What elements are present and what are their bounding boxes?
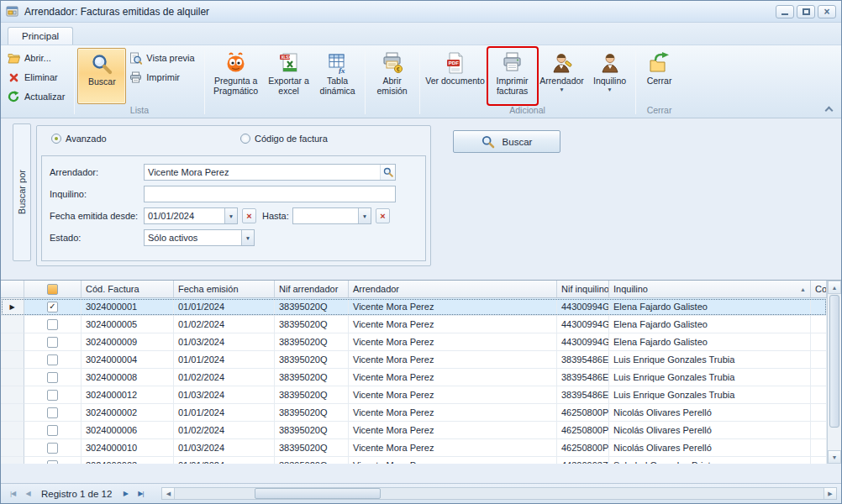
row-checkbox[interactable] [47,354,58,365]
scroll-down-button[interactable]: ▼ [828,450,841,464]
imprimir-button[interactable]: Imprimir [126,68,201,87]
row-select-cell[interactable] [24,439,82,457]
row-select-cell[interactable] [24,404,82,422]
table-row[interactable]: 302400000401/01/202438395020QVicente Mor… [1,351,827,369]
header-fecha-emision[interactable]: Fecha emisión [174,281,275,297]
nav-next-button[interactable]: ▶ [118,486,133,501]
tabla-dinamica-button[interactable]: fx Tabla dinámica [313,48,362,104]
table-row[interactable]: ▶✓302400000101/01/202438395020QVicente M… [1,298,827,316]
cell-fecha-emision: 01/02/2024 [174,422,275,439]
row-checkbox[interactable] [47,372,58,383]
inquilino-menu-button[interactable]: Inquilino ▼ [587,48,633,104]
row-checkbox[interactable] [47,407,58,418]
cell-arrendador: Vicente Mora Perez [349,404,557,422]
scroll-up-button[interactable]: ▲ [828,281,841,294]
table-row[interactable]: 302400000901/03/202438395020QVicente Mor… [1,333,827,351]
eliminar-button[interactable]: Eliminar [4,68,71,87]
arrendador-menu-button[interactable]: Arrendador ▼ [537,48,587,104]
header-inquilino[interactable]: Inquilino ▲ [609,281,811,297]
header-select-all[interactable] [24,281,82,297]
select-all-checkbox[interactable] [47,284,58,295]
estado-combo[interactable]: Sólo activos ▼ [144,229,255,246]
search-side-tab[interactable]: Buscar por [13,123,31,261]
row-checkbox[interactable]: ✓ [47,302,58,312]
row-checkbox[interactable] [47,460,58,465]
maximize-button[interactable] [797,5,815,18]
row-checkbox[interactable] [47,425,58,436]
header-arrendador[interactable]: Arrendador [349,281,557,297]
search-icon [91,51,113,76]
buscar-label: Buscar [88,76,116,87]
row-select-cell[interactable] [24,351,82,369]
row-checkbox[interactable] [47,443,58,454]
row-select-cell[interactable] [24,457,82,464]
header-co[interactable]: Co [811,281,827,297]
pregunta-pragmatico-button[interactable]: Pregunta a Pragmático [208,48,265,104]
radio-unselected-icon [240,134,250,144]
inquilino-label: Inquilino [593,76,626,86]
estado-dropdown[interactable]: ▼ [241,230,254,245]
hasta-dropdown[interactable]: ▼ [358,208,371,223]
abrir-emision-button[interactable]: € Abrir emisión [368,48,417,104]
scroll-left-button[interactable]: ◀ [162,488,175,499]
fecha-desde-dropdown[interactable]: ▼ [224,208,237,223]
actualizar-button[interactable]: Actualizar [4,87,71,106]
row-indicator [1,457,24,464]
table-row[interactable]: 302400001201/03/202438395020QVicente Mor… [1,386,827,404]
buscar-ribbon-button[interactable]: Buscar [77,48,126,104]
row-select-cell[interactable] [24,333,82,351]
radio-codigo-factura[interactable]: Código de factura [240,134,328,144]
cerrar-button[interactable]: Cerrar [639,48,681,104]
close-button[interactable]: × [818,5,836,18]
ribbon-collapse-button[interactable] [824,105,833,113]
nav-first-button[interactable]: |◀ [5,486,20,501]
ver-documento-button[interactable]: PDF Ver documento [423,48,488,104]
row-select-cell[interactable] [24,422,82,439]
vscroll-thumb[interactable] [829,295,839,428]
hscroll-thumb[interactable] [255,488,381,499]
row-checkbox[interactable] [47,319,58,330]
row-checkbox[interactable] [47,337,58,348]
table-row[interactable]: 302400000301/01/202438395020QVicente Mor… [1,457,827,464]
exportar-excel-button[interactable]: XLSX Exportar a excel [265,48,313,104]
hasta-clear-button[interactable]: × [376,208,390,223]
horizontal-scrollbar[interactable]: ◀ ▶ [161,487,837,500]
cell-cod-factura: 3024000004 [82,351,174,369]
row-select-cell[interactable] [24,369,82,386]
scroll-right-button[interactable]: ▶ [824,488,836,499]
table-row[interactable]: 302400000601/02/202438395020QVicente Mor… [1,422,827,439]
hasta-combo[interactable]: ▼ [292,207,371,224]
tab-principal[interactable]: Principal [8,27,73,45]
abrir-label: Abrir... [24,53,51,63]
table-row[interactable]: 302400000201/01/202438395020QVicente Mor… [1,404,827,422]
cell-co [811,351,827,369]
vertical-scrollbar[interactable]: ▲ ▼ [827,281,841,464]
arrendador-lookup-button[interactable] [380,165,395,180]
nav-prev-button[interactable]: ◀ [20,486,35,501]
row-select-cell[interactable] [24,316,82,333]
header-nif-inquilino[interactable]: Nif inquilino [557,281,609,297]
table-row[interactable]: 302400001001/03/202438395020QVicente Mor… [1,439,827,457]
abrir-button[interactable]: Abrir... [4,49,71,67]
title-bar[interactable]: Arrendador: Facturas emitidas de alquile… [1,1,841,23]
imprimir-facturas-button[interactable]: Imprimir facturas [488,48,537,104]
minimize-button[interactable] [776,5,794,18]
table-row[interactable]: 302400000801/02/202438395020QVicente Mor… [1,369,827,386]
nav-last-button[interactable]: ▶| [133,486,148,501]
row-select-cell[interactable] [24,386,82,404]
fecha-desde-clear-button[interactable]: × [242,208,256,223]
fecha-desde-combo[interactable]: 01/01/2024 ▼ [144,207,238,224]
radio-avanzado[interactable]: Avanzado [51,134,107,144]
cell-nif-inquilino: 44300993Z [557,457,609,464]
inquilino-input[interactable] [144,186,396,202]
row-select-cell[interactable]: ✓ [24,298,82,316]
table-row[interactable]: 302400000501/02/202438395020QVicente Mor… [1,316,827,333]
header-cod-factura[interactable]: Cód. Factura [82,281,174,297]
header-nif-arrendador[interactable]: Nif arrendador [275,281,349,297]
arrendador-input[interactable]: Vicente Mora Perez [144,164,396,181]
cell-cod-factura: 3024000006 [82,422,174,439]
vista-previa-button[interactable]: Vista previa [126,49,201,67]
buscar-panel-button[interactable]: Buscar [453,130,560,153]
row-checkbox[interactable] [47,390,58,401]
chevron-down-icon: ▼ [559,87,564,92]
